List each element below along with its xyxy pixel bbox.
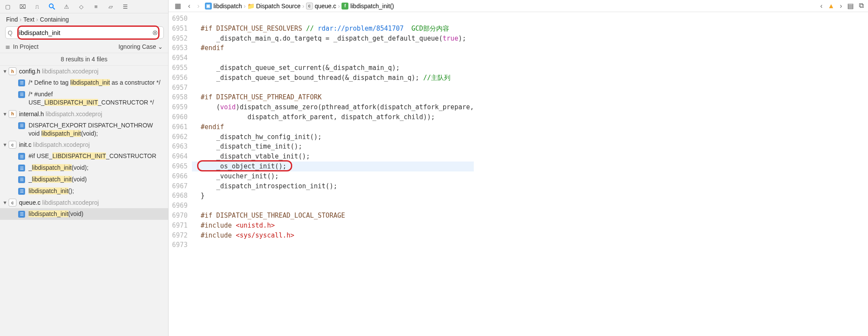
match-row[interactable]: ☰libdispatch_init(void): [0, 208, 168, 220]
path-breadcrumb[interactable]: ▣ libdispatch › 📁 Dispatch Source › c qu…: [205, 3, 394, 10]
search-scope-row: ≣In Project Ignoring Case ⌄: [0, 41, 168, 53]
sidebar-toolbar: ▢ ⌧ ⎍ ⚠ ◇ ≡ ▱ ☰: [0, 0, 168, 13]
editor-pane: ▦ ‹ › ▣ libdispatch › 📁 Dispatch Source …: [169, 0, 868, 336]
results-list[interactable]: ▼hconfig.hlibdispatch.xcodeproj☰/* Defin…: [0, 66, 168, 336]
code-line[interactable]: #include <sys/syscall.h>: [192, 231, 474, 241]
match-icon: ☰: [18, 188, 25, 195]
match-row[interactable]: ☰DISPATCH_EXPORT DISPATCH_NOTHROW void l…: [0, 120, 168, 139]
function-icon: f: [341, 3, 348, 10]
file-project: libdispatch.xcodeproj: [42, 68, 99, 75]
disclosure-icon[interactable]: ▼: [3, 142, 9, 147]
search-icon[interactable]: [48, 2, 56, 11]
file-type-icon: c: [9, 199, 16, 206]
code-line[interactable]: [192, 201, 474, 211]
related-items-icon[interactable]: ▦: [173, 2, 183, 10]
match-icon: ☰: [18, 165, 25, 171]
minimap-icon[interactable]: ▤: [847, 2, 854, 10]
code-line[interactable]: #endif: [192, 122, 474, 132]
code-line[interactable]: _dispatch_main_q.do_targetq = _dispatch_…: [192, 34, 474, 44]
code-line[interactable]: _dispatch_queue_set_bound_thread(&_dispa…: [192, 73, 474, 83]
file-project: libdispatch.xcodeproj: [42, 199, 99, 206]
code-line[interactable]: dispatch_atfork_parent, dispatch_atfork_…: [192, 112, 474, 122]
match-text: libdispatch_init();: [29, 187, 165, 195]
match-row[interactable]: ☰/* #undef USE_LIBDISPATCH_INIT_CONSTRUC…: [0, 89, 168, 108]
find-crumb: Containing: [40, 16, 69, 23]
code-line[interactable]: #include <unistd.h>: [192, 221, 474, 231]
tag-icon[interactable]: ▱: [106, 2, 115, 11]
disclosure-icon[interactable]: ▼: [3, 69, 9, 74]
folder-icon[interactable]: ▢: [3, 2, 12, 11]
file-result-row[interactable]: ▼cqueue.clibdispatch.xcodeproj: [0, 197, 168, 208]
code-line[interactable]: _dispatch_introspection_init();: [192, 181, 474, 191]
code-line[interactable]: #if DISPATCH_USE_RESOLVERS // rdar://pro…: [192, 24, 474, 34]
code-line[interactable]: #if DISPATCH_USE_PTHREAD_ATFORK: [192, 92, 474, 102]
back-button[interactable]: ‹: [186, 2, 192, 10]
hierarchy-icon[interactable]: ⎍: [33, 2, 41, 11]
code-line[interactable]: _dispatch_queue_set_current(&_dispatch_m…: [192, 63, 474, 73]
issue-icon[interactable]: ⚠: [62, 2, 71, 11]
match-text: /* #undef USE_LIBDISPATCH_INIT_CONSTRUCT…: [29, 90, 165, 107]
code-line[interactable]: (void)dispatch_assume_zero(pthread_atfor…: [192, 102, 474, 112]
match-text: /* Define to tag libdispatch_init as a c…: [29, 79, 165, 87]
code-line[interactable]: _dispatch_vtable_init();: [192, 152, 474, 162]
find-crumb: Find: [6, 16, 18, 23]
code-line[interactable]: [192, 83, 474, 93]
match-row[interactable]: ☰_libdispatch_init(void): [0, 174, 168, 185]
code-line[interactable]: _voucher_init();: [192, 171, 474, 181]
case-option[interactable]: Ignoring Case ⌄: [118, 43, 163, 50]
match-row[interactable]: ☰libdispatch_init();: [0, 185, 168, 197]
match-row[interactable]: ☰_libdispatch_init(void);: [0, 162, 168, 174]
file-project: libdispatch.xcodeproj: [46, 111, 102, 117]
scope-left[interactable]: ≣In Project: [5, 43, 38, 50]
forward-button[interactable]: ›: [195, 2, 201, 10]
code-line[interactable]: }: [192, 191, 474, 201]
code-line[interactable]: _dispatch_hw_config_init();: [192, 132, 474, 142]
file-result-row[interactable]: ▼hconfig.hlibdispatch.xcodeproj: [0, 66, 168, 77]
code-line[interactable]: #if DISPATCH_USE_THREAD_LOCAL_STORAGE: [192, 211, 474, 221]
editor-jumpbar: ▦ ‹ › ▣ libdispatch › 📁 Dispatch Source …: [169, 0, 868, 12]
chevron-icon: ›: [36, 16, 38, 23]
search-glyph-icon: Q: [8, 29, 13, 36]
code-line[interactable]: _os_object_init();: [192, 162, 474, 171]
match-text: #if USE_LIBDISPATCH_INIT_CONSTRUCTOR: [29, 152, 165, 160]
file-name: queue.c: [19, 199, 41, 206]
find-crumb: Text: [23, 16, 35, 23]
code-line[interactable]: #endif: [192, 43, 474, 53]
file-result-row[interactable]: ▼cinit.clibdispatch.xcodeproj: [0, 139, 168, 150]
prev-issue-button[interactable]: ‹: [819, 2, 824, 10]
disclosure-icon[interactable]: ▼: [3, 200, 9, 205]
file-result-row[interactable]: ▼hinternal.hlibdispatch.xcodeproj: [0, 108, 168, 120]
file-type-icon: h: [9, 110, 16, 118]
code-editor[interactable]: 6950695169526953695469556956695769586959…: [169, 12, 868, 336]
find-mode-breadcrumb[interactable]: Find › Text › Containing: [0, 13, 168, 25]
code-line[interactable]: [192, 53, 474, 63]
clear-icon[interactable]: ⊗: [152, 29, 158, 37]
next-issue-button[interactable]: ›: [838, 2, 844, 10]
match-icon: ☰: [18, 122, 25, 129]
disclosure-icon[interactable]: ▼: [3, 111, 9, 117]
match-row[interactable]: ☰#if USE_LIBDISPATCH_INIT_CONSTRUCTOR: [0, 150, 168, 162]
warning-icon[interactable]: ▲: [828, 2, 835, 10]
code-line[interactable]: [192, 240, 474, 250]
search-field-wrap: Q ⊗: [4, 26, 164, 39]
adjust-editor-icon[interactable]: ⧉: [859, 2, 864, 10]
scope-icon: ≣: [5, 43, 10, 50]
match-row[interactable]: ☰/* Define to tag libdispatch_init as a …: [0, 77, 168, 89]
match-icon: ☰: [18, 211, 25, 218]
find-navigator-sidebar: ▢ ⌧ ⎍ ⚠ ◇ ≡ ▱ ☰ Find › Text › Containing…: [0, 0, 169, 336]
highlight-annotation: [197, 160, 292, 171]
code-line[interactable]: [192, 14, 474, 24]
search-input[interactable]: [5, 26, 164, 39]
file-type-icon: h: [9, 67, 16, 75]
match-icon: ☰: [18, 79, 25, 86]
code-line[interactable]: _dispatch_time_init();: [192, 142, 474, 152]
file-name: config.h: [19, 68, 40, 75]
chevron-down-icon: ⌄: [158, 43, 163, 50]
code-content[interactable]: #if DISPATCH_USE_RESOLVERS // rdar://pro…: [192, 12, 474, 336]
chevron-icon: ›: [244, 3, 246, 10]
report-icon[interactable]: ☰: [121, 2, 130, 11]
match-text: DISPATCH_EXPORT DISPATCH_NOTHROW void li…: [29, 121, 165, 138]
test-icon[interactable]: ◇: [77, 2, 86, 11]
symbol-icon[interactable]: ⌧: [18, 2, 27, 11]
debug-icon[interactable]: ≡: [92, 2, 100, 11]
